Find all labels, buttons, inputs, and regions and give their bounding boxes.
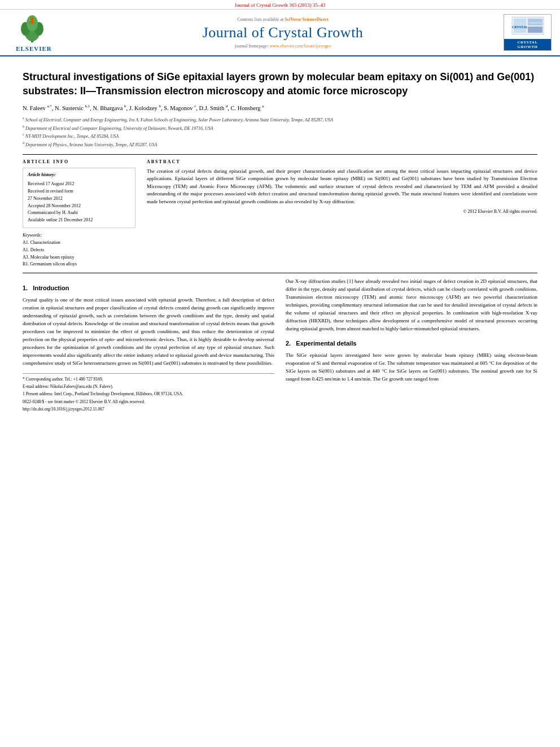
sciverse-prefix: Contents lists available at [237,17,285,22]
intro-paragraph-2: Our X-ray diffraction studies [1] have a… [286,278,537,333]
received-revised-date: 27 November 2012 [28,195,130,203]
logo-line2: GROWTH [517,45,537,49]
keywords-label: Keywords: [23,233,135,238]
footnote-area: * Corresponding author. Tel.: +1 480 727… [23,373,274,412]
crystal-growth-logo-area: CRYSTAL GROWTH CRYSTAL GROWTH [504,14,554,51]
svg-text:CRYSTAL: CRYSTAL [511,25,527,29]
communicated-by: Communicated by H. Asahi [28,209,130,217]
article-info-box: Article history: Received 17 August 2012… [23,168,135,229]
svg-point-5 [30,17,34,20]
affiliation-a: a School of Electrical, Computer and Ene… [23,116,537,124]
affiliation-b: b Department of Electrical and Computer … [23,124,537,132]
affiliations: a School of Electrical, Computer and Ene… [23,116,537,148]
elsevier-logo: ELSEVIER [6,13,62,52]
elsevier-logo-area: ELSEVIER [6,13,62,52]
footnote-doi: http://dx.doi.org/10.1016/j.jcrysgro.201… [23,406,274,412]
received-revised-label: Received in revised form [28,188,130,195]
keyword-2: A1. Defects [23,247,135,254]
keyword-1: A1. Characterization [23,239,135,247]
received-date: Received 17 August 2012 [28,181,130,188]
journal-title-area: Contents lists available at SciVerse Sci… [68,17,498,49]
intro-section-number: 1. [23,285,28,291]
footnote-email: E-mail address: Nikolai.Faleev@asu.edu (… [23,383,274,390]
body-columns: 1. Introduction Crystal quality is one o… [23,278,537,413]
crystal-logo-icon: CRYSTAL GROWTH [511,16,545,36]
svg-text:GROWTH: GROWTH [529,21,541,24]
article-info-label: Article Info [23,159,135,164]
intro-paragraph-1: Crystal quality is one of the most criti… [23,296,274,367]
journal-homepage-line: journal homepage: www.elsevier.com/locat… [68,43,498,49]
exp-section-title: Experimental details [296,340,356,347]
exp-section-number: 2. [286,340,291,347]
footnote-corresponding: * Corresponding author. Tel.: +1 480 727… [23,376,274,382]
divider-bottom [23,273,537,273]
copyright-line: © 2012 Elsevier B.V. All rights reserved… [147,209,537,214]
affiliation-d: d Department of Physics, Arizona State U… [23,141,537,148]
accepted-date: Accepted 28 November 2012 [28,203,130,210]
experimental-paragraph-1: The SiGe epitaxial layers investigated h… [286,352,537,383]
sciverse-line: Contents lists available at SciVerse Sci… [68,17,498,22]
left-column: Article Info Article history: Received 1… [23,159,135,269]
journal-header: ELSEVIER Contents lists available at Sci… [0,10,560,56]
available-online: Available online 21 December 2012 [28,217,130,224]
body-right-col: Our X-ray diffraction studies [1] have a… [286,278,537,413]
footnote-doi-line: 0022-0248/$ - see front matter © 2012 El… [23,399,274,405]
elsevier-tree-icon [14,13,54,44]
experimental-heading: 2. Experimental details [286,339,537,348]
svg-rect-6 [31,20,33,24]
journal-title: Journal of Crystal Growth [68,24,498,41]
sciverse-link[interactable]: SciVerse ScienceDirect [285,17,329,22]
right-column: ABSTRACT The creation of crystal defects… [147,159,537,269]
journal-reference: Journal of Crystal Growth 365 (2013) 35–… [0,0,560,10]
authors-line: N. Faleev a,*, N. Sustersic b,1, N. Bhar… [23,104,537,111]
elsevier-wordmark: ELSEVIER [16,45,52,52]
logo-icon-area: CRYSTAL GROWTH [504,15,551,39]
article-content: Structural investigations of SiGe epitax… [0,56,560,419]
keyword-4: B1. Germanium silicon alloys [23,261,135,268]
journal-ref-text: Journal of Crystal Growth 365 (2013) 35–… [235,2,326,8]
abstract-text: The creation of crystal defects during e… [147,168,537,206]
article-title: Structural investigations of SiGe epitax… [23,70,537,98]
intro-section-title: Introduction [33,285,69,291]
keywords-box: Keywords: A1. Characterization A1. Defec… [23,233,135,268]
footnote-present-address: 1 Present address: Intel Corp., Portland… [23,391,274,397]
keyword-3: A3. Molecular beam epitaxy [23,254,135,261]
divider-top [23,154,537,155]
homepage-prefix: journal homepage: [235,43,270,49]
abstract-label: ABSTRACT [147,159,537,164]
intro-heading: 1. Introduction [23,283,274,293]
crystal-growth-logo: CRYSTAL GROWTH CRYSTAL GROWTH [504,14,552,51]
article-info-abstract: Article Info Article history: Received 1… [23,159,537,269]
homepage-link[interactable]: www.elsevier.com/locate/jcrysgro [269,43,331,49]
article-history-header: Article history: [28,172,130,179]
logo-label: CRYSTAL GROWTH [504,39,551,50]
logo-line1: CRYSTAL [517,40,537,45]
body-left-col: 1. Introduction Crystal quality is one o… [23,278,274,413]
affiliation-c: c NT-MDT Development Inc., Tempe, AZ 852… [23,132,537,140]
svg-rect-12 [528,27,542,33]
